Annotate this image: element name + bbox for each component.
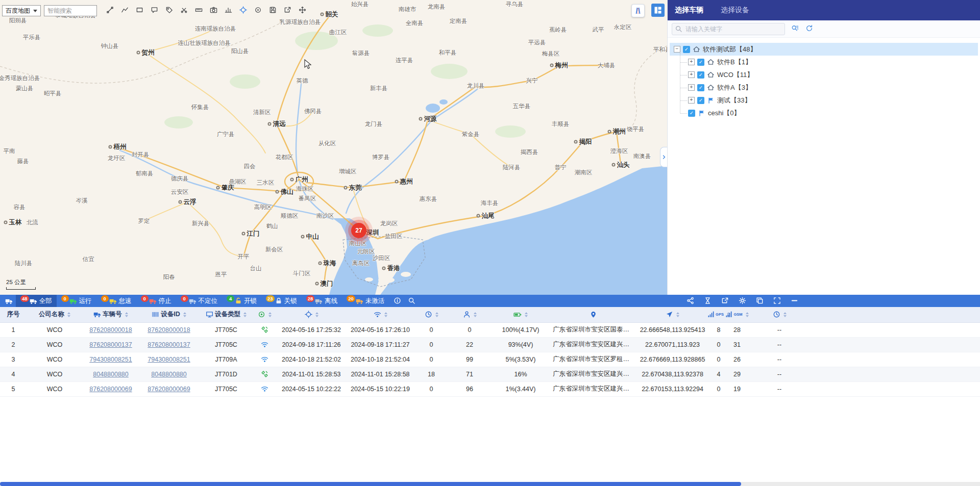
tree-expander-icon[interactable]: −: [674, 46, 680, 53]
col-header-last[interactable]: [746, 307, 813, 322]
col-header-coords[interactable]: [635, 307, 709, 322]
mileage-ruler-icon[interactable]: [194, 6, 203, 15]
sort-toggle-icon[interactable]: [746, 312, 749, 317]
sort-toggle-icon[interactable]: [676, 312, 679, 317]
col-header-device_type[interactable]: 设备类型: [199, 307, 253, 322]
cell-device_id[interactable]: 876208000069: [139, 381, 199, 396]
col-header-vehicle[interactable]: 车辆号: [83, 307, 139, 322]
filter-stopped[interactable]: 0停止: [136, 295, 176, 307]
tree-checkbox[interactable]: ✓: [697, 59, 704, 66]
scrollbar-thumb[interactable]: [0, 482, 741, 486]
tree-node[interactable]: +✓软件B【1】: [677, 56, 978, 68]
draw-polyline-icon[interactable]: [120, 6, 129, 15]
sort-toggle-icon[interactable]: [783, 312, 787, 317]
horizontal-scrollbar[interactable]: [0, 482, 980, 486]
locate-icon[interactable]: [253, 6, 262, 15]
advanced-search-icon[interactable]: [790, 24, 799, 34]
save-view-icon[interactable]: [268, 6, 277, 15]
marker-tag-icon[interactable]: [164, 6, 174, 15]
map-provider-select[interactable]: 百度地图: [2, 5, 41, 16]
sort-toggle-icon[interactable]: [435, 312, 438, 317]
sort-toggle-icon[interactable]: [384, 312, 387, 317]
filter-running[interactable]: 0运行: [57, 295, 96, 307]
tree-node[interactable]: ✓ceshi【0】: [677, 107, 978, 119]
settings-icon[interactable]: [738, 297, 747, 305]
filter-inactive[interactable]: 20未激活: [342, 295, 389, 307]
tree-node[interactable]: −✓软件测试部【48】: [670, 43, 978, 56]
table-row[interactable]: 3WCO794308008251794308008251JT709A2024-1…: [0, 352, 980, 367]
tab-select-device[interactable]: 选择设备: [721, 6, 749, 15]
tree-node[interactable]: +✓软件A【3】: [677, 81, 978, 94]
col-header-status[interactable]: [253, 307, 276, 322]
panel-collapse-handle[interactable]: [660, 147, 667, 167]
sort-toggle-icon[interactable]: [474, 312, 477, 317]
col-header-gsm[interactable]: GSM: [728, 307, 746, 322]
sort-toggle-icon[interactable]: [243, 312, 247, 317]
sort-toggle-icon[interactable]: [525, 312, 528, 317]
sort-toggle-icon[interactable]: [67, 312, 70, 317]
tree-checkbox[interactable]: ✓: [688, 110, 695, 117]
measure-distance-icon[interactable]: [105, 6, 114, 15]
time-filter-icon[interactable]: [703, 297, 712, 305]
sort-toggle-icon[interactable]: [183, 312, 186, 317]
tree-expander-icon[interactable]: +: [688, 84, 695, 91]
collapse-icon[interactable]: [790, 297, 799, 305]
cell-vehicle[interactable]: 794308008251: [83, 352, 139, 367]
filter-idle[interactable]: 0怠速: [96, 295, 136, 307]
statistics-icon[interactable]: [224, 6, 233, 15]
screenshot-icon[interactable]: [209, 6, 218, 15]
tree-node[interactable]: +✓测试【33】: [677, 94, 978, 107]
map-search-input[interactable]: [44, 5, 97, 16]
col-header-speed[interactable]: [413, 307, 449, 322]
tree-checkbox[interactable]: ✓: [697, 97, 704, 104]
filter-offline[interactable]: 28离线: [302, 295, 342, 307]
draw-region-icon[interactable]: [150, 6, 159, 15]
filter-all[interactable]: 48全部: [16, 295, 57, 307]
cell-vehicle[interactable]: 876208000137: [83, 337, 139, 352]
tree-search-input[interactable]: [672, 23, 785, 35]
col-header-battery[interactable]: [490, 307, 551, 322]
draw-rectangle-icon[interactable]: [135, 6, 144, 15]
col-header-locate_time[interactable]: [276, 307, 347, 322]
tree-checkbox[interactable]: ✓: [697, 84, 704, 91]
tree-checkbox[interactable]: ✓: [683, 46, 690, 53]
tree-checkbox[interactable]: ✓: [697, 71, 704, 79]
filter-locked[interactable]: 23关锁: [261, 295, 302, 307]
col-header-comm_time[interactable]: [347, 307, 413, 322]
col-header-dwell[interactable]: [449, 307, 490, 322]
map-canvas[interactable]: 阳朔县恭城瑶族自治县平乐县金秀瑶族自治县蒙山县昭平县钟山县贺州连山壮族瑶族自治县…: [0, 0, 667, 295]
table-row[interactable]: 4WCO80488008808048800880JT701D2024-11-01…: [0, 367, 980, 381]
clear-overlay-icon[interactable]: [179, 6, 188, 15]
traffic-layer-button[interactable]: [631, 4, 645, 17]
filter-unlocked[interactable]: 4开锁: [222, 295, 261, 307]
filter-no-position[interactable]: 0不定位: [176, 295, 223, 307]
col-header-company[interactable]: 公司名称: [27, 307, 83, 322]
sort-toggle-icon[interactable]: [268, 312, 272, 317]
copy-icon[interactable]: [755, 297, 764, 305]
tree-expander-icon[interactable]: +: [688, 71, 695, 78]
table-row[interactable]: 2WCO876208000137876208000137JT705C2024-0…: [0, 337, 980, 352]
info-icon[interactable]: [393, 297, 401, 305]
cell-vehicle[interactable]: 8048800880: [83, 367, 139, 381]
fullscreen-icon[interactable]: [773, 297, 781, 305]
cell-device_id[interactable]: 876208000137: [139, 337, 199, 352]
tree-expander-icon[interactable]: +: [688, 59, 695, 65]
cell-device_id[interactable]: 876208000018: [139, 322, 199, 337]
refresh-icon[interactable]: [804, 24, 814, 34]
tree-expander-icon[interactable]: +: [688, 97, 695, 104]
cell-device_id[interactable]: 8048800880: [139, 367, 199, 381]
share-view-icon[interactable]: [283, 6, 292, 15]
search-icon[interactable]: [407, 297, 415, 305]
table-row[interactable]: 5WCO876208000069876208000069JT705C2024-0…: [0, 381, 980, 396]
share-icon[interactable]: [686, 297, 695, 305]
tree-node[interactable]: +✓WCO【11】: [677, 68, 978, 81]
sort-toggle-icon[interactable]: [125, 312, 128, 317]
table-row[interactable]: 1WCO876208000018876208000018JT705C2024-0…: [0, 322, 980, 337]
track-crosshair-icon[interactable]: [238, 6, 248, 15]
panel-layout-button[interactable]: [651, 4, 665, 17]
cell-device_id[interactable]: 794308008251: [139, 352, 199, 367]
tab-select-vehicle[interactable]: 选择车辆: [675, 6, 703, 15]
export-icon[interactable]: [721, 297, 729, 305]
cell-vehicle[interactable]: 876208000069: [83, 381, 139, 396]
pan-mode-icon[interactable]: [298, 6, 307, 15]
